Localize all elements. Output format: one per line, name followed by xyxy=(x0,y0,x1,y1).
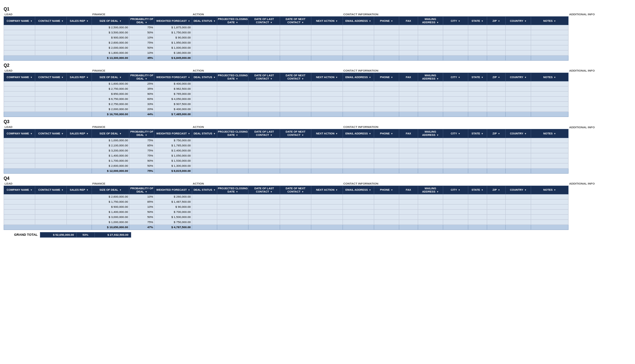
filter-icon[interactable]: ▼ xyxy=(61,133,64,135)
filter-icon[interactable]: ▼ xyxy=(270,134,272,137)
filter-icon[interactable]: ▼ xyxy=(61,20,64,23)
filter-icon[interactable]: ▼ xyxy=(270,21,272,24)
th-contact[interactable]: CONTACT NAME ▼ xyxy=(35,129,66,138)
th-zip[interactable]: ZIP ▼ xyxy=(487,73,506,81)
filter-icon[interactable]: ▼ xyxy=(145,21,147,24)
th-projclose[interactable]: PROJECTED CLOSING DATE ▼ xyxy=(217,17,248,25)
filter-icon[interactable]: ▼ xyxy=(188,20,190,23)
th-lastcontact[interactable]: DATE OF LAST CONTACT ▼ xyxy=(248,73,280,81)
th-nextaction[interactable]: NEXT ACTION ▼ xyxy=(311,17,343,25)
th-prob[interactable]: PROBABILITY OF DEAL ▼ xyxy=(129,129,154,138)
th-phone[interactable]: PHONE ▼ xyxy=(374,186,399,194)
filter-icon[interactable]: ▼ xyxy=(336,76,338,79)
filter-icon[interactable]: ▼ xyxy=(86,20,88,23)
th-zip[interactable]: ZIP ▼ xyxy=(487,17,506,25)
th-notes[interactable]: NOTES ▼ xyxy=(531,186,569,194)
filter-icon[interactable]: ▼ xyxy=(119,20,121,23)
filter-icon[interactable]: ▼ xyxy=(86,189,88,191)
th-country[interactable]: COUNTRY ▼ xyxy=(506,73,531,81)
th-lastcontact[interactable]: DATE OF LAST CONTACT ▼ xyxy=(248,17,280,25)
filter-icon[interactable]: ▼ xyxy=(270,191,272,193)
th-notes[interactable]: NOTES ▼ xyxy=(531,129,569,138)
th-deal[interactable]: SIZE OF DEAL ▼ xyxy=(92,129,129,138)
filter-icon[interactable]: ▼ xyxy=(524,133,526,135)
filter-icon[interactable]: ▼ xyxy=(391,76,393,79)
th-city[interactable]: CITY ▼ xyxy=(443,186,468,194)
th-mailing[interactable]: MAILING ADDRESS ▼ xyxy=(418,186,443,194)
filter-icon[interactable]: ▼ xyxy=(524,20,526,23)
th-phone[interactable]: PHONE ▼ xyxy=(374,73,399,81)
filter-icon[interactable]: ▼ xyxy=(270,78,272,80)
filter-icon[interactable]: ▼ xyxy=(498,76,500,79)
th-country[interactable]: COUNTRY ▼ xyxy=(506,17,531,25)
th-contact[interactable]: CONTACT NAME ▼ xyxy=(35,17,66,25)
th-fax[interactable]: FAX xyxy=(399,17,418,25)
th-email[interactable]: EMAIL ADDRESS ▼ xyxy=(343,186,374,194)
th-deal[interactable]: SIZE OF DEAL ▼ xyxy=(92,17,129,25)
filter-icon[interactable]: ▼ xyxy=(458,20,460,23)
th-lastcontact[interactable]: DATE OF LAST CONTACT ▼ xyxy=(248,129,280,138)
th-nextcontact[interactable]: DATE OF NEXT CONTACT ▼ xyxy=(280,73,311,81)
filter-icon[interactable]: ▼ xyxy=(481,189,484,191)
th-nextcontact[interactable]: DATE OF NEXT CONTACT ▼ xyxy=(280,129,311,138)
th-deal[interactable]: SIZE OF DEAL ▼ xyxy=(92,73,129,81)
th-email[interactable]: EMAIL ADDRESS ▼ xyxy=(343,17,374,25)
th-phone[interactable]: PHONE ▼ xyxy=(374,129,399,138)
filter-icon[interactable]: ▼ xyxy=(213,133,215,135)
filter-icon[interactable]: ▼ xyxy=(336,133,338,135)
th-fax[interactable]: FAX xyxy=(399,73,418,81)
th-weighted[interactable]: WEIGHTED FORECAST ▼ xyxy=(154,129,192,138)
th-prob[interactable]: PROBABILITY OF DEAL ▼ xyxy=(129,186,154,194)
filter-icon[interactable]: ▼ xyxy=(188,189,190,191)
th-salesrep[interactable]: SALES REP ▼ xyxy=(66,73,92,81)
th-nextaction[interactable]: NEXT ACTION ▼ xyxy=(311,129,343,138)
filter-icon[interactable]: ▼ xyxy=(213,76,215,79)
th-company[interactable]: COMPANY NAME ▼ xyxy=(4,186,35,194)
filter-icon[interactable]: ▼ xyxy=(213,20,215,23)
th-deal[interactable]: SIZE OF DEAL ▼ xyxy=(92,186,129,194)
th-state[interactable]: STATE ▼ xyxy=(468,129,487,138)
th-notes[interactable]: NOTES ▼ xyxy=(531,17,569,25)
th-email[interactable]: EMAIL ADDRESS ▼ xyxy=(343,129,374,138)
th-dealstatus[interactable]: DEAL STATUS ▼ xyxy=(192,186,217,194)
th-nextcontact[interactable]: DATE OF NEXT CONTACT ▼ xyxy=(280,17,311,25)
th-nextaction[interactable]: NEXT ACTION ▼ xyxy=(311,186,343,194)
th-mailing[interactable]: MAILING ADDRESS ▼ xyxy=(418,17,443,25)
th-projclose[interactable]: PROJECTED CLOSING DATE ▼ xyxy=(217,73,248,81)
filter-icon[interactable]: ▼ xyxy=(236,21,238,24)
filter-icon[interactable]: ▼ xyxy=(61,76,64,79)
filter-icon[interactable]: ▼ xyxy=(437,78,439,80)
filter-icon[interactable]: ▼ xyxy=(302,191,304,193)
filter-icon[interactable]: ▼ xyxy=(458,189,460,191)
filter-icon[interactable]: ▼ xyxy=(554,133,556,135)
filter-icon[interactable]: ▼ xyxy=(61,189,64,191)
th-weighted[interactable]: WEIGHTED FORECAST ▼ xyxy=(154,73,192,81)
filter-icon[interactable]: ▼ xyxy=(213,189,215,191)
filter-icon[interactable]: ▼ xyxy=(481,76,484,79)
filter-icon[interactable]: ▼ xyxy=(302,134,304,137)
filter-icon[interactable]: ▼ xyxy=(369,76,371,79)
th-mailing[interactable]: MAILING ADDRESS ▼ xyxy=(418,73,443,81)
filter-icon[interactable]: ▼ xyxy=(391,133,393,135)
th-prob[interactable]: PROBABILITY OF DEAL ▼ xyxy=(129,73,154,81)
th-weighted[interactable]: WEIGHTED FORECAST ▼ xyxy=(154,186,192,194)
th-fax[interactable]: FAX xyxy=(399,186,418,194)
th-fax[interactable]: FAX xyxy=(399,129,418,138)
filter-icon[interactable]: ▼ xyxy=(145,134,147,137)
th-nextaction[interactable]: NEXT ACTION ▼ xyxy=(311,73,343,81)
th-state[interactable]: STATE ▼ xyxy=(468,73,487,81)
th-lastcontact[interactable]: DATE OF LAST CONTACT ▼ xyxy=(248,186,280,194)
filter-icon[interactable]: ▼ xyxy=(336,20,338,23)
th-notes[interactable]: NOTES ▼ xyxy=(531,73,569,81)
filter-icon[interactable]: ▼ xyxy=(188,133,190,135)
filter-icon[interactable]: ▼ xyxy=(119,76,121,79)
filter-icon[interactable]: ▼ xyxy=(30,20,32,23)
th-projclose[interactable]: PROJECTED CLOSING DATE ▼ xyxy=(217,186,248,194)
filter-icon[interactable]: ▼ xyxy=(86,133,88,135)
filter-icon[interactable]: ▼ xyxy=(458,76,460,79)
th-zip[interactable]: ZIP ▼ xyxy=(487,186,506,194)
th-salesrep[interactable]: SALES REP ▼ xyxy=(66,129,92,138)
filter-icon[interactable]: ▼ xyxy=(30,189,32,191)
th-nextcontact[interactable]: DATE OF NEXT CONTACT ▼ xyxy=(280,186,311,194)
filter-icon[interactable]: ▼ xyxy=(336,189,338,191)
